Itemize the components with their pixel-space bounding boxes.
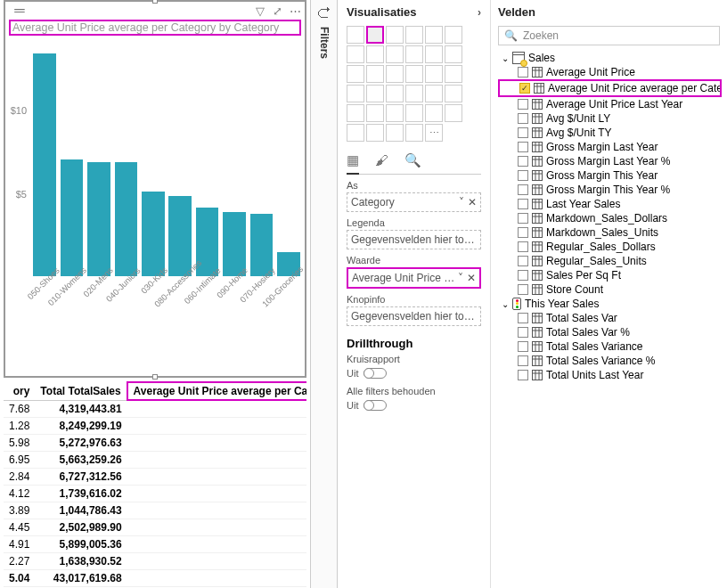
checkbox[interactable]: ✓	[519, 83, 530, 94]
vis-type-icon[interactable]	[425, 85, 443, 102]
field-item[interactable]: Average Unit Price Last Year	[498, 97, 727, 111]
vis-type-icon[interactable]	[366, 45, 384, 63]
more-icon[interactable]: ⋯	[290, 4, 301, 18]
format-tab-icon[interactable]: 🖌	[375, 152, 388, 168]
bar[interactable]	[86, 162, 111, 276]
expand-icon[interactable]: ⮌	[317, 5, 331, 21]
vis-type-icon[interactable]	[366, 65, 384, 83]
field-item[interactable]: Gross Margin This Year %	[498, 183, 727, 197]
checkbox[interactable]	[518, 99, 528, 110]
field-item[interactable]: Regular_Sales_Units	[498, 254, 727, 268]
checkbox[interactable]	[518, 355, 528, 366]
chart-visual[interactable]: ═ ▽ ⤢ ⋯ Average Unit Price average per C…	[4, 0, 306, 378]
bar[interactable]	[59, 159, 84, 276]
table-row[interactable]: 5.985,272,976.63$5.29	[4, 435, 306, 452]
format-tabs[interactable]: ▦ 🖌 🔍	[347, 151, 481, 175]
table-row[interactable]: 4.915,899,005.36$3.92	[4, 536, 306, 553]
vis-type-icon[interactable]	[425, 45, 443, 63]
keepall-toggle[interactable]: Uit	[347, 400, 481, 411]
vis-type-icon[interactable]	[405, 65, 423, 83]
checkbox[interactable]	[518, 113, 528, 124]
vis-type-icon[interactable]	[366, 104, 384, 122]
table-node-this-year-sales[interactable]: ⌄ This Year Sales	[498, 297, 727, 311]
vis-type-icon[interactable]	[405, 26, 423, 44]
legend-well[interactable]: Gegevensvelden hier toe...	[347, 230, 481, 249]
vis-type-icon[interactable]	[347, 104, 364, 122]
field-item[interactable]: Regular_Sales_Dollars	[498, 240, 727, 254]
vis-type-icon[interactable]	[366, 26, 384, 44]
table-row[interactable]: 4.452,502,989.90$4.88	[4, 519, 306, 536]
col-total-sales[interactable]: Total TotalSales	[35, 382, 127, 400]
table-row[interactable]: 3.891,044,786.43$3.66	[4, 502, 306, 519]
checkbox[interactable]	[518, 327, 528, 338]
analytics-tab-icon[interactable]: 🔍	[404, 152, 421, 168]
resize-handle-top[interactable]	[152, 0, 158, 4]
checkbox[interactable]	[518, 213, 528, 224]
vis-type-icon[interactable]	[405, 45, 423, 63]
vis-type-icon[interactable]	[425, 104, 443, 122]
vis-type-icon[interactable]	[405, 124, 423, 142]
vis-type-icon[interactable]	[405, 104, 423, 122]
checkbox[interactable]	[518, 127, 528, 138]
table-row[interactable]: 7.684,319,443.81$7.29	[4, 400, 306, 418]
fields-tree[interactable]: ⌄ Sales Average Unit Price ✓ Average Uni…	[498, 51, 727, 382]
table-row[interactable]: 6.955,663,259.26$7.00	[4, 452, 306, 469]
checkbox[interactable]	[518, 341, 528, 352]
tooltip-well[interactable]: Gegevensvelden hier toe...	[347, 306, 481, 326]
field-item[interactable]: ✓ Average Unit Price average per Cate...	[498, 79, 722, 97]
data-table[interactable]: ory Total TotalSales Average Unit Price …	[4, 381, 306, 587]
field-item[interactable]: Last Year Sales	[498, 197, 727, 211]
table-row[interactable]: 5.0443,017,619.68$5.88	[4, 570, 306, 587]
vis-type-icon[interactable]	[386, 45, 404, 63]
vis-type-icon[interactable]	[347, 26, 364, 44]
vis-type-icon[interactable]	[445, 65, 462, 83]
checkbox[interactable]	[518, 156, 528, 167]
checkbox[interactable]	[518, 241, 528, 252]
fields-tab-icon[interactable]: ▦	[347, 152, 359, 175]
checkbox[interactable]	[518, 184, 528, 195]
field-item[interactable]: Sales Per Sq Ft	[498, 268, 727, 282]
resize-handle-bottom[interactable]	[152, 374, 158, 380]
chevron-down-icon[interactable]: ˅	[459, 196, 464, 208]
field-item[interactable]: Gross Margin Last Year %	[498, 154, 727, 168]
vis-type-icon[interactable]	[445, 26, 462, 44]
table-row[interactable]: 2.271,638,930.52$1.47	[4, 553, 306, 570]
col-avg-unit-price[interactable]: Average Unit Price average per Category	[127, 382, 306, 400]
focus-icon[interactable]: ⤢	[273, 4, 282, 18]
checkbox[interactable]	[518, 199, 528, 209]
chevron-right-icon[interactable]: ›	[478, 6, 481, 19]
vis-type-icon[interactable]	[366, 85, 384, 102]
checkbox[interactable]	[518, 67, 528, 78]
grip-icon[interactable]: ═	[9, 3, 30, 19]
vis-type-icon[interactable]	[425, 26, 443, 44]
field-item[interactable]: Markdown_Sales_Dollars	[498, 211, 727, 225]
checkbox[interactable]	[518, 270, 528, 281]
vis-type-icon[interactable]	[425, 65, 443, 83]
vis-type-icon[interactable]	[445, 85, 462, 102]
field-item[interactable]: Average Unit Price	[498, 65, 727, 79]
field-item[interactable]: Gross Margin Last Year	[498, 140, 727, 154]
search-input[interactable]: 🔍 Zoeken	[498, 26, 720, 45]
table-row[interactable]: 2.846,727,312.56$13.91	[4, 469, 306, 486]
checkbox[interactable]	[518, 370, 528, 380]
remove-icon[interactable]: ✕	[467, 272, 476, 284]
chevron-down-icon[interactable]: ˅	[458, 272, 463, 284]
field-item[interactable]: Avg $/Unit TY	[498, 126, 727, 140]
table-row[interactable]: 4.121,739,616.02$4.29	[4, 486, 306, 502]
bar[interactable]	[113, 162, 138, 276]
value-well[interactable]: Average Unit Price avera ˅ ✕	[347, 267, 481, 289]
table-row[interactable]: 1.288,249,299.19$7.10	[4, 418, 306, 435]
vis-type-icon[interactable]	[386, 124, 404, 142]
axis-well[interactable]: Category ˅ ✕	[347, 192, 481, 212]
checkbox[interactable]	[518, 170, 528, 181]
vis-type-icon[interactable]	[386, 65, 404, 83]
filters-pane-collapsed[interactable]: ⮌ Filters	[310, 0, 338, 588]
field-item[interactable]: Gross Margin This Year	[498, 168, 727, 183]
vis-type-icon[interactable]	[386, 85, 404, 102]
field-item[interactable]: Avg $/Unit LY	[498, 111, 727, 126]
field-item[interactable]: Markdown_Sales_Units	[498, 225, 727, 240]
table-node-sales[interactable]: ⌄ Sales	[498, 51, 727, 65]
vis-type-icon[interactable]: ⋯	[425, 124, 443, 142]
vis-type-icon[interactable]	[445, 104, 462, 122]
vis-type-icon[interactable]	[347, 85, 364, 102]
